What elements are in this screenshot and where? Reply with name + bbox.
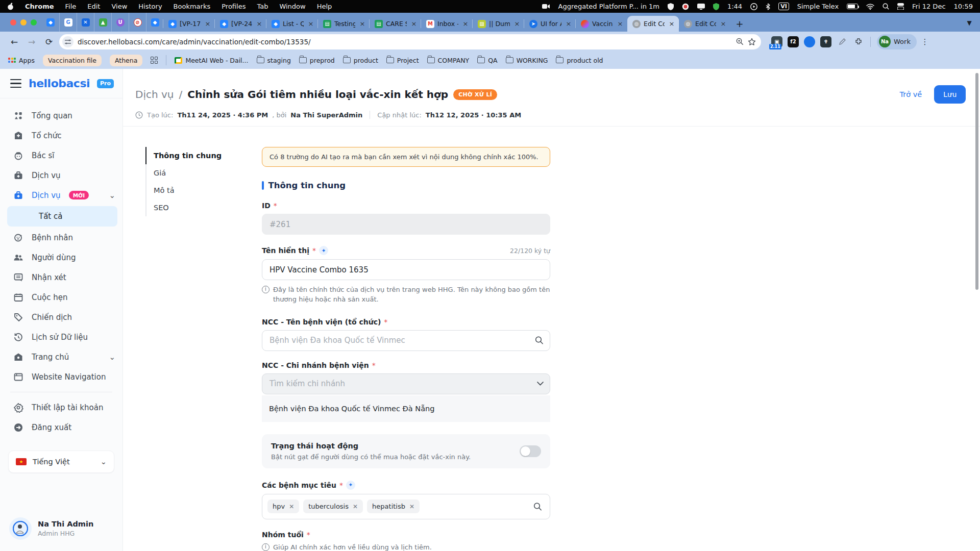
sidebar-item-doctors[interactable]: Bác sĩ	[0, 145, 122, 165]
bookmark-folder-qa[interactable]: QA	[477, 57, 497, 64]
tab-search-chevron-icon[interactable]: ▼	[964, 17, 975, 29]
forward-icon[interactable]: →	[24, 35, 39, 49]
menu-tab[interactable]: Tab	[257, 3, 268, 10]
menu-view[interactable]: View	[111, 3, 127, 10]
sidebar-item-appointments[interactable]: Cuộc hẹn	[0, 287, 122, 307]
pinned-tab-translate[interactable]: G	[59, 13, 77, 32]
tab-edit-combo-2[interactable]: ◍Edit Comb×	[679, 16, 730, 32]
extension-pencil-icon[interactable]	[837, 36, 848, 47]
close-tab-icon[interactable]: ×	[255, 20, 263, 28]
pinned-tab-alert[interactable]: ⊘	[129, 13, 146, 32]
extension-zoom-icon[interactable]: ▣2.11	[771, 36, 782, 47]
fullscreen-window-button[interactable]	[31, 19, 37, 26]
recording-dot-icon[interactable]	[682, 3, 689, 10]
bookmark-folder-product-old[interactable]: product old	[556, 57, 603, 64]
extension-blue-icon[interactable]	[804, 36, 815, 47]
tab-testing[interactable]: ▤Testing -×	[318, 16, 370, 32]
apple-icon[interactable]	[7, 3, 14, 10]
reload-icon[interactable]: ⟳	[42, 35, 56, 49]
sidebar-item-homepage[interactable]: Trang chủ ⌄	[0, 347, 122, 367]
menu-help[interactable]: Help	[317, 3, 332, 10]
spotlight-search-icon[interactable]	[883, 3, 889, 10]
close-window-button[interactable]	[10, 19, 16, 26]
pinned-tab-x[interactable]: ✕	[77, 13, 94, 32]
tab-dummy[interactable]: ▨|| Dummy×	[473, 16, 524, 32]
sidebar-item-organization[interactable]: Tổ chức	[0, 126, 122, 145]
url-text[interactable]: discover.hellobacsi.com/care/admin/vacci…	[78, 38, 732, 46]
control-center-icon[interactable]	[897, 3, 904, 10]
pinned-tab-shield[interactable]: ▲	[94, 13, 111, 32]
remove-tag-icon[interactable]: ✕	[409, 503, 414, 510]
ncc-org-search-field[interactable]	[262, 330, 550, 351]
sidebar-item-patients[interactable]: Bệnh nhân	[0, 228, 122, 247]
menu-time[interactable]: 10:59	[954, 3, 973, 10]
menu-file[interactable]: File	[65, 3, 77, 10]
diseases-tags-field[interactable]: hpv✕ tuberculosis✕ hepatitisb✕	[262, 494, 550, 519]
bookmark-folder-product[interactable]: product	[343, 57, 378, 64]
sidebar-item-services[interactable]: Dịch vụ	[0, 165, 122, 185]
pinned-tab-uptime[interactable]: U	[111, 13, 129, 32]
back-icon[interactable]: ←	[7, 35, 21, 49]
menu-chrome[interactable]: Chrome	[25, 3, 54, 10]
menu-date[interactable]: Fri 12 Dec	[912, 3, 945, 10]
chrome-menu-icon[interactable]: ⋮	[920, 37, 930, 46]
tab-inbox[interactable]: MInbox - na×	[421, 16, 473, 32]
close-tab-icon[interactable]: ×	[565, 20, 573, 28]
remove-tag-icon[interactable]: ✕	[289, 503, 294, 510]
ai-sparkle-icon[interactable]: ✦	[346, 481, 355, 490]
close-tab-icon[interactable]: ×	[358, 20, 366, 28]
shield-status-icon[interactable]	[668, 3, 674, 10]
sidebar-item-website-navigation[interactable]: Website Navigation	[0, 367, 122, 387]
tab-vaccination-figma[interactable]: Vaccinati×	[576, 16, 627, 32]
sidebar-item-data-history[interactable]: Lịch sử Dữ liệu	[0, 327, 122, 347]
bookmark-vaccination-file[interactable]: Vaccination file	[43, 55, 102, 66]
chrome-profile[interactable]: Na Work	[877, 34, 917, 49]
bookmark-folder-project[interactable]: Project	[386, 57, 419, 64]
close-tab-icon[interactable]: ×	[668, 20, 676, 28]
tab-ui-for-apa[interactable]: ➤UI for Apa×	[524, 16, 576, 32]
subnav-price[interactable]: Giá	[145, 164, 262, 182]
bookmark-grid-icon[interactable]	[151, 57, 158, 64]
subnav-general-info[interactable]: Thông tin chung	[145, 147, 262, 164]
page-scrollbar[interactable]	[975, 73, 978, 290]
pinned-tab-jira[interactable]: ◆	[42, 13, 59, 32]
bluetooth-icon[interactable]	[766, 3, 770, 10]
bookmark-folder-staging[interactable]: staging	[257, 57, 291, 64]
wifi-icon[interactable]	[866, 4, 874, 10]
zoom-page-icon[interactable]	[736, 38, 744, 45]
pinned-tab-jira2[interactable]: ◆	[146, 13, 163, 32]
menu-bookmarks[interactable]: Bookmarks	[174, 3, 211, 10]
timer-shield-icon[interactable]	[713, 3, 719, 10]
sidebar-item-campaigns[interactable]: Chiến dịch	[0, 307, 122, 327]
bookmark-meetai[interactable]: MeetAI Web - Dail...	[175, 57, 248, 64]
remove-tag-icon[interactable]: ✕	[353, 503, 358, 510]
language-selector[interactable]: ★ Tiếng Việt ⌄	[8, 450, 114, 473]
meeting-camera-icon[interactable]	[542, 4, 550, 9]
tab-vp-2476[interactable]: ◆[VP-2476×	[215, 16, 266, 32]
close-tab-icon[interactable]: ×	[513, 20, 521, 28]
close-tab-icon[interactable]: ×	[204, 20, 212, 28]
menu-profiles[interactable]: Profiles	[222, 3, 246, 10]
search-icon[interactable]	[533, 502, 542, 511]
bookmark-apps[interactable]: Apps	[8, 57, 35, 64]
bookmark-folder-company[interactable]: COMPANY	[427, 57, 470, 64]
new-tab-button[interactable]: +	[732, 16, 747, 31]
battery-icon[interactable]	[847, 4, 858, 9]
extensions-puzzle-icon[interactable]	[853, 36, 864, 47]
bookmark-folder-preprod[interactable]: preprod	[299, 57, 335, 64]
hamburger-menu-icon[interactable]	[10, 79, 21, 88]
extension-f2-icon[interactable]: f2	[788, 36, 799, 47]
close-tab-icon[interactable]: ×	[461, 20, 470, 28]
close-tab-icon[interactable]: ×	[307, 20, 315, 28]
sidebar-item-services-new[interactable]: Dịch vụ MỚI ⌄	[0, 185, 122, 205]
search-icon[interactable]	[535, 336, 544, 345]
display-name-field[interactable]	[262, 259, 550, 280]
sidebar-item-overview[interactable]: Tổng quan	[0, 106, 122, 126]
play-status-icon[interactable]	[750, 3, 757, 10]
back-button[interactable]: Trở về	[899, 90, 922, 98]
save-button[interactable]: Lưu	[934, 85, 966, 104]
status-toggle[interactable]	[520, 445, 541, 457]
extension-person-icon[interactable]: ✟	[820, 36, 831, 47]
sidebar-item-account-settings[interactable]: Thiết lập tài khoản	[0, 397, 122, 417]
input-source-icon[interactable]: VI	[778, 3, 789, 10]
